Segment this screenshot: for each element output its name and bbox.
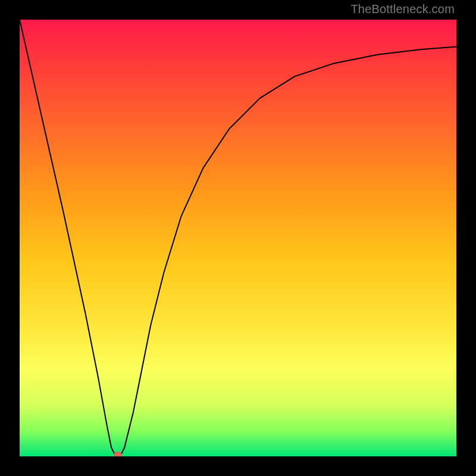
optimum-marker bbox=[114, 452, 122, 456]
plot-area bbox=[20, 20, 456, 456]
bottleneck-curve bbox=[20, 20, 456, 456]
watermark-text: TheBottleneck.com bbox=[350, 2, 455, 16]
chart-frame: TheBottleneck.com bbox=[0, 0, 476, 476]
